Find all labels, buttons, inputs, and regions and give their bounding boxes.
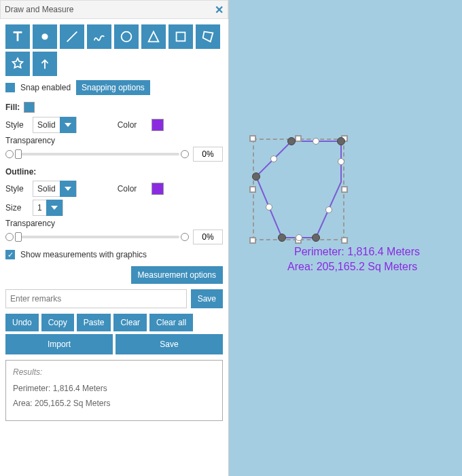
fill-style-select[interactable]: Solid: [33, 117, 77, 133]
midpoint-handle[interactable]: [266, 204, 272, 210]
star-tool-icon[interactable]: [5, 52, 30, 76]
clear-all-button[interactable]: Clear all: [149, 314, 193, 331]
snapping-options-button[interactable]: Snapping options: [76, 80, 150, 95]
polygon-tool-icon[interactable]: [196, 24, 220, 49]
triangle-tool-icon[interactable]: [141, 24, 166, 49]
resize-handle[interactable]: [341, 186, 348, 193]
text-tool-icon[interactable]: [5, 24, 30, 49]
outline-color-label: Color: [118, 184, 145, 194]
chevron-down-icon: [60, 181, 76, 197]
resize-handle[interactable]: [341, 237, 348, 244]
midpoint-handle[interactable]: [313, 138, 319, 145]
import-button[interactable]: Import: [5, 334, 113, 354]
panel-header: Draw and Measure ✕: [0, 0, 228, 19]
close-icon[interactable]: ✕: [215, 3, 224, 16]
canvas-perimeter-label: Perimeter: 1,816.4 Meters: [294, 246, 420, 258]
vertex-handle[interactable]: [312, 234, 320, 242]
save-remarks-button[interactable]: Save: [191, 289, 223, 308]
paste-button[interactable]: Paste: [77, 314, 111, 331]
point-tool-icon[interactable]: [33, 24, 57, 49]
fill-color-swatch[interactable]: [152, 119, 164, 131]
svg-point-0: [42, 34, 47, 39]
midpoint-handle[interactable]: [296, 234, 302, 241]
midpoint-handle[interactable]: [325, 206, 332, 213]
midpoint-handle[interactable]: [270, 155, 277, 162]
outline-transparency-label: Transparency: [5, 219, 223, 228]
draw-measure-panel: Draw and Measure ✕ Snap enabled Snapping…: [0, 0, 229, 476]
canvas-area-label: Area: 205,165.2 Sq Meters: [287, 261, 417, 273]
fill-color-label: Color: [118, 120, 145, 130]
fill-swatch-icon[interactable]: [24, 102, 35, 113]
clear-button[interactable]: Clear: [113, 314, 147, 331]
freehand-tool-icon[interactable]: [87, 24, 111, 49]
results-box: Results: Perimeter: 1,816.4 Meters Area:…: [5, 360, 223, 421]
outline-style-select[interactable]: Solid: [33, 181, 77, 197]
midpoint-handle[interactable]: [338, 158, 344, 165]
snap-enabled-checkbox[interactable]: [5, 83, 15, 92]
outline-transparency-slider[interactable]: [5, 233, 189, 241]
svg-rect-2: [177, 33, 185, 41]
remarks-input[interactable]: [5, 289, 187, 308]
resize-handle[interactable]: [295, 135, 302, 142]
fill-transparency-label: Transparency: [5, 136, 223, 145]
outline-size-select[interactable]: 1: [33, 200, 63, 216]
vertex-handle[interactable]: [287, 137, 296, 145]
outline-transparency-input[interactable]: [193, 230, 223, 244]
resize-handle[interactable]: [249, 186, 256, 193]
vertex-handle[interactable]: [252, 172, 260, 181]
measurement-options-button[interactable]: Measurement options: [131, 266, 223, 284]
chevron-down-icon: [46, 200, 63, 216]
snap-enabled-label: Snap enabled: [20, 83, 71, 92]
outline-heading: Outline:: [5, 167, 223, 177]
arrow-tool-icon[interactable]: [33, 52, 57, 76]
results-area: Area: 205,165.2 Sq Meters: [13, 399, 215, 408]
show-measurements-label: Show measurements with graphics: [20, 250, 147, 259]
selection-bbox: [253, 139, 344, 240]
show-measurements-checkbox[interactable]: [5, 250, 15, 259]
chevron-down-icon: [60, 117, 76, 133]
outline-style-label: Style: [5, 184, 26, 194]
fill-style-label: Style: [5, 120, 26, 130]
outline-size-label: Size: [5, 203, 26, 213]
outline-color-swatch[interactable]: [152, 183, 164, 195]
svg-point-1: [122, 32, 132, 42]
fill-transparency-input[interactable]: [193, 147, 223, 162]
fill-transparency-slider[interactable]: [5, 150, 189, 158]
rectangle-tool-icon[interactable]: [168, 24, 193, 49]
copy-button[interactable]: Copy: [41, 314, 74, 331]
fill-heading: Fill:: [5, 102, 223, 113]
vertex-handle[interactable]: [278, 234, 286, 242]
results-heading: Results:: [13, 367, 215, 377]
tool-palette: [5, 24, 223, 76]
resize-handle[interactable]: [249, 237, 256, 244]
resize-handle[interactable]: [249, 135, 256, 142]
map-canvas[interactable]: Perimeter: 1,816.4 Meters Area: 205,165.…: [229, 0, 462, 476]
vertex-handle[interactable]: [337, 137, 345, 145]
panel-title: Draw and Measure: [5, 5, 73, 14]
circle-tool-icon[interactable]: [114, 24, 139, 49]
undo-button[interactable]: Undo: [5, 314, 39, 331]
results-perimeter: Perimeter: 1,816.4 Meters: [13, 384, 215, 393]
save-button[interactable]: Save: [116, 334, 223, 354]
line-tool-icon[interactable]: [60, 24, 84, 49]
